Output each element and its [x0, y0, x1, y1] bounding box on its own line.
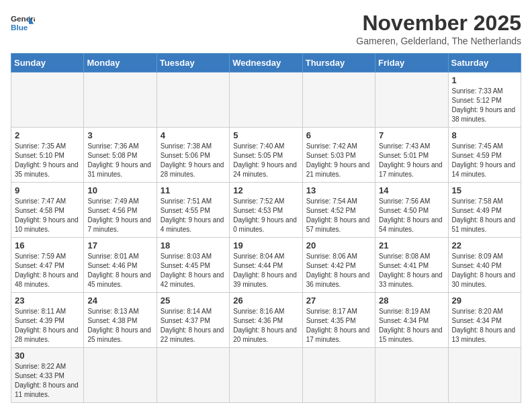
calendar-cell: 27Sunrise: 8:17 AM Sunset: 4:35 PM Dayli…	[302, 293, 375, 348]
day-info: Sunrise: 8:01 AM Sunset: 4:46 PM Dayligh…	[87, 252, 152, 289]
day-number: 11	[161, 185, 226, 195]
calendar-cell: 21Sunrise: 8:08 AM Sunset: 4:41 PM Dayli…	[375, 238, 448, 293]
day-number: 5	[233, 130, 298, 140]
day-info: Sunrise: 7:35 AM Sunset: 5:10 PM Dayligh…	[15, 142, 80, 179]
calendar-cell: 12Sunrise: 7:52 AM Sunset: 4:53 PM Dayli…	[230, 183, 302, 238]
day-number: 6	[306, 130, 371, 140]
calendar-cell: 20Sunrise: 8:06 AM Sunset: 4:42 PM Dayli…	[302, 238, 375, 293]
day-number: 15	[452, 185, 517, 195]
day-info: Sunrise: 7:59 AM Sunset: 4:47 PM Dayligh…	[15, 252, 80, 289]
day-number: 7	[379, 130, 444, 140]
day-number: 30	[15, 351, 80, 361]
calendar-cell: 28Sunrise: 8:19 AM Sunset: 4:34 PM Dayli…	[375, 293, 448, 348]
day-info: Sunrise: 7:40 AM Sunset: 5:05 PM Dayligh…	[233, 142, 298, 179]
day-info: Sunrise: 7:47 AM Sunset: 4:58 PM Dayligh…	[15, 197, 80, 234]
header-wednesday: Wednesday	[230, 54, 302, 73]
day-info: Sunrise: 7:51 AM Sunset: 4:55 PM Dayligh…	[161, 197, 226, 234]
day-number: 27	[306, 295, 371, 306]
calendar-cell-empty	[157, 348, 229, 403]
calendar-row: 23Sunrise: 8:11 AM Sunset: 4:39 PM Dayli…	[11, 293, 521, 348]
header-saturday: Saturday	[448, 54, 521, 73]
day-info: Sunrise: 7:43 AM Sunset: 5:01 PM Dayligh…	[379, 142, 444, 179]
calendar-cell: 29Sunrise: 8:20 AM Sunset: 4:34 PM Dayli…	[448, 293, 521, 348]
calendar-row: 1Sunrise: 7:33 AM Sunset: 5:12 PM Daylig…	[11, 73, 521, 128]
calendar-cell: 8Sunrise: 7:45 AM Sunset: 4:59 PM Daylig…	[448, 128, 521, 183]
header-tuesday: Tuesday	[157, 54, 229, 73]
calendar-cell: 1Sunrise: 7:33 AM Sunset: 5:12 PM Daylig…	[448, 73, 521, 128]
day-info: Sunrise: 7:33 AM Sunset: 5:12 PM Dayligh…	[452, 87, 517, 124]
day-number: 13	[306, 185, 371, 195]
day-info: Sunrise: 7:56 AM Sunset: 4:50 PM Dayligh…	[379, 197, 444, 234]
calendar-cell	[230, 73, 302, 128]
day-number: 24	[87, 295, 152, 306]
day-info: Sunrise: 8:06 AM Sunset: 4:42 PM Dayligh…	[306, 252, 371, 289]
header-sunday: Sunday	[11, 54, 84, 73]
day-number: 22	[452, 240, 517, 250]
day-info: Sunrise: 8:03 AM Sunset: 4:45 PM Dayligh…	[161, 252, 226, 289]
day-number: 1	[452, 75, 517, 85]
calendar-cell: 22Sunrise: 8:09 AM Sunset: 4:40 PM Dayli…	[448, 238, 521, 293]
calendar-cell-empty	[84, 348, 157, 403]
day-info: Sunrise: 8:17 AM Sunset: 4:35 PM Dayligh…	[306, 307, 371, 345]
day-number: 12	[233, 185, 298, 195]
calendar-cell-empty	[375, 348, 448, 403]
calendar-cell: 7Sunrise: 7:43 AM Sunset: 5:01 PM Daylig…	[375, 128, 448, 183]
day-number: 23	[15, 295, 80, 306]
day-number: 25	[161, 295, 226, 306]
calendar-cell: 4Sunrise: 7:38 AM Sunset: 5:06 PM Daylig…	[157, 128, 229, 183]
calendar-cell: 5Sunrise: 7:40 AM Sunset: 5:05 PM Daylig…	[230, 128, 302, 183]
day-info: Sunrise: 8:08 AM Sunset: 4:41 PM Dayligh…	[379, 252, 444, 289]
calendar-cell	[302, 73, 375, 128]
day-info: Sunrise: 7:49 AM Sunset: 4:56 PM Dayligh…	[87, 197, 152, 234]
day-info: Sunrise: 8:16 AM Sunset: 4:36 PM Dayligh…	[233, 307, 298, 345]
weekday-header-row: Sunday Monday Tuesday Wednesday Thursday…	[11, 54, 521, 73]
day-number: 2	[15, 130, 80, 140]
header-monday: Monday	[84, 54, 157, 73]
calendar-cell: 19Sunrise: 8:04 AM Sunset: 4:44 PM Dayli…	[230, 238, 302, 293]
day-info: Sunrise: 8:13 AM Sunset: 4:38 PM Dayligh…	[87, 307, 152, 345]
day-number: 29	[452, 295, 517, 306]
day-number: 9	[15, 185, 80, 195]
calendar-cell: 2Sunrise: 7:35 AM Sunset: 5:10 PM Daylig…	[11, 128, 84, 183]
day-number: 4	[161, 130, 226, 140]
day-info: Sunrise: 8:14 AM Sunset: 4:37 PM Dayligh…	[161, 307, 226, 345]
location: Gameren, Gelderland, The Netherlands	[356, 36, 521, 46]
calendar-cell-empty	[230, 348, 302, 403]
day-number: 21	[379, 240, 444, 250]
day-info: Sunrise: 8:22 AM Sunset: 4:33 PM Dayligh…	[15, 362, 80, 400]
header-thursday: Thursday	[302, 54, 375, 73]
day-info: Sunrise: 7:38 AM Sunset: 5:06 PM Dayligh…	[161, 142, 226, 179]
calendar-table: Sunday Monday Tuesday Wednesday Thursday…	[11, 53, 521, 403]
day-info: Sunrise: 7:42 AM Sunset: 5:03 PM Dayligh…	[306, 142, 371, 179]
calendar-row: 9Sunrise: 7:47 AM Sunset: 4:58 PM Daylig…	[11, 183, 521, 238]
calendar-cell: 24Sunrise: 8:13 AM Sunset: 4:38 PM Dayli…	[84, 293, 157, 348]
day-number: 20	[306, 240, 371, 250]
title-block: November 2025 Gameren, Gelderland, The N…	[356, 11, 521, 46]
day-info: Sunrise: 8:11 AM Sunset: 4:39 PM Dayligh…	[15, 307, 80, 345]
calendar-cell: 26Sunrise: 8:16 AM Sunset: 4:36 PM Dayli…	[230, 293, 302, 348]
day-info: Sunrise: 7:54 AM Sunset: 4:52 PM Dayligh…	[306, 197, 371, 234]
day-info: Sunrise: 8:04 AM Sunset: 4:44 PM Dayligh…	[233, 252, 298, 289]
day-number: 10	[87, 185, 152, 195]
day-info: Sunrise: 8:09 AM Sunset: 4:40 PM Dayligh…	[452, 252, 517, 289]
calendar-cell: 9Sunrise: 7:47 AM Sunset: 4:58 PM Daylig…	[11, 183, 84, 238]
header-friday: Friday	[375, 54, 448, 73]
calendar-row: 16Sunrise: 7:59 AM Sunset: 4:47 PM Dayli…	[11, 238, 521, 293]
calendar-cell: 3Sunrise: 7:36 AM Sunset: 5:08 PM Daylig…	[84, 128, 157, 183]
day-info: Sunrise: 7:36 AM Sunset: 5:08 PM Dayligh…	[87, 142, 152, 179]
calendar-row: 2Sunrise: 7:35 AM Sunset: 5:10 PM Daylig…	[11, 128, 521, 183]
day-info: Sunrise: 7:58 AM Sunset: 4:49 PM Dayligh…	[452, 197, 517, 234]
calendar-cell	[84, 73, 157, 128]
day-number: 8	[452, 130, 517, 140]
day-number: 17	[87, 240, 152, 250]
calendar-cell	[375, 73, 448, 128]
day-number: 18	[161, 240, 226, 250]
calendar-cell-empty	[302, 348, 375, 403]
calendar-cell: 15Sunrise: 7:58 AM Sunset: 4:49 PM Dayli…	[448, 183, 521, 238]
day-info: Sunrise: 7:45 AM Sunset: 4:59 PM Dayligh…	[452, 142, 517, 179]
calendar-cell: 30Sunrise: 8:22 AM Sunset: 4:33 PM Dayli…	[11, 348, 84, 403]
day-number: 19	[233, 240, 298, 250]
logo: General Blue	[11, 11, 35, 35]
day-number: 3	[87, 130, 152, 140]
day-number: 26	[233, 295, 298, 306]
